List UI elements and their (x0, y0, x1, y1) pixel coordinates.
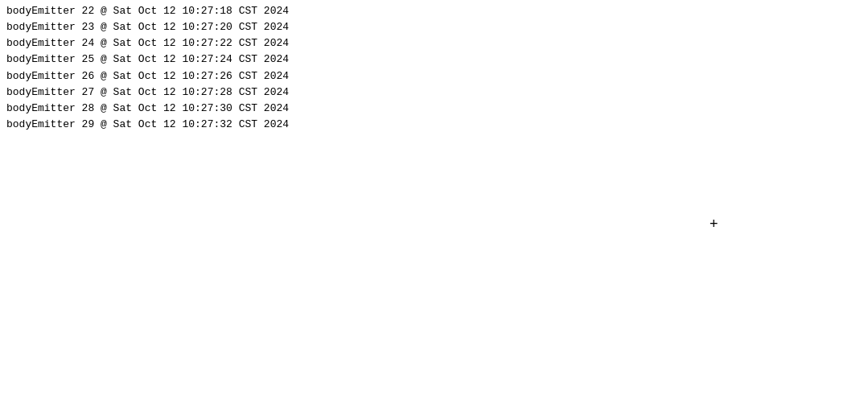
log-line: bodyEmitter 26 @ Sat Oct 12 10:27:26 CST… (6, 68, 862, 84)
log-line: bodyEmitter 25 @ Sat Oct 12 10:27:24 CST… (6, 52, 862, 68)
log-line: bodyEmitter 27 @ Sat Oct 12 10:27:28 CST… (6, 84, 862, 101)
log-line: bodyEmitter 23 @ Sat Oct 12 10:27:20 CST… (6, 19, 862, 35)
log-line: bodyEmitter 22 @ Sat Oct 12 10:27:18 CST… (6, 3, 862, 19)
log-line: bodyEmitter 24 @ Sat Oct 12 10:27:22 CST… (6, 35, 862, 52)
log-container: bodyEmitter 22 @ Sat Oct 12 10:27:18 CST… (0, 0, 868, 136)
log-line: bodyEmitter 29 @ Sat Oct 12 10:27:32 CST… (6, 117, 862, 133)
log-line: bodyEmitter 28 @ Sat Oct 12 10:27:30 CST… (6, 101, 862, 117)
plus-icon[interactable]: + (710, 216, 718, 233)
